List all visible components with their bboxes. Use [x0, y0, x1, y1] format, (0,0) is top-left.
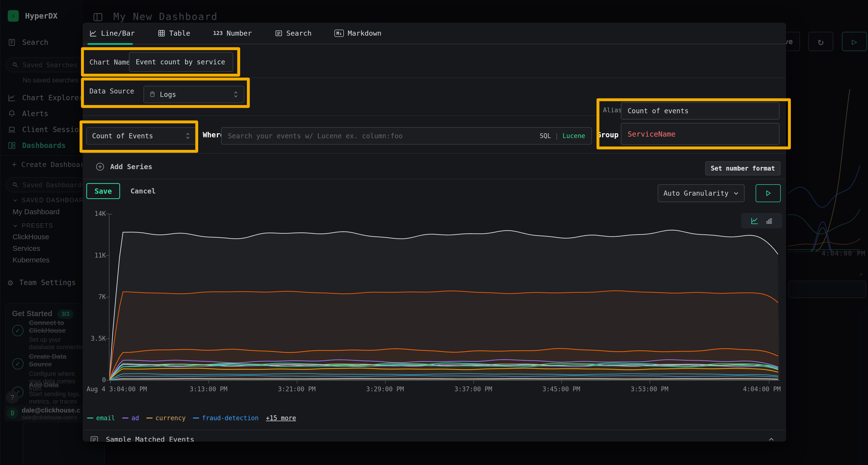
x-tick-label: 3:37:00 PM: [455, 386, 492, 393]
section-separator: [83, 179, 786, 179]
x-tick-mark: [385, 381, 385, 384]
granularity-value: Auto Granularity: [663, 189, 728, 197]
cancel-button[interactable]: Cancel: [130, 187, 156, 195]
collapse-chevron-icon[interactable]: [768, 436, 775, 442]
list-icon: [90, 435, 99, 442]
x-axis-line: [109, 380, 779, 381]
x-tick-mark: [110, 381, 111, 384]
legend-item[interactable]: email: [87, 414, 115, 422]
add-series-label: Add Series: [110, 163, 152, 171]
where-input[interactable]: Search your events w/ Lucene ex. column:…: [221, 127, 592, 144]
set-number-format-button[interactable]: Set number format: [705, 161, 780, 175]
y-tick-label: 11K: [83, 252, 106, 259]
circle-plus-icon: [95, 162, 105, 171]
x-tick-label: 3:53:00 PM: [631, 386, 669, 393]
language-sql-toggle[interactable]: SQL: [539, 132, 551, 139]
x-tick-label: Aug 4 3:04:00 PM: [87, 386, 147, 393]
x-tick-mark: [209, 381, 209, 384]
language-divider: |: [555, 132, 559, 139]
x-tick-label: 3:13:00 PM: [190, 386, 227, 393]
timeseries-chart[interactable]: [110, 214, 779, 380]
x-tick-label: 4:04:00 PM: [743, 386, 781, 393]
y-tick-label: 0: [83, 376, 106, 384]
tab-line-bar[interactable]: Line/Bar: [89, 29, 135, 37]
tab-label: Number: [227, 29, 252, 37]
legend-label: email: [96, 414, 115, 422]
markdown-icon: M↓: [334, 30, 344, 37]
y-tick-mark: [106, 380, 109, 380]
chart-type-tabs: Line/Bar Table 123 Number Search M↓ Ma: [83, 23, 786, 44]
sample-events-label: Sample Matched Events: [106, 435, 194, 442]
highlight-alias-group-by: [596, 98, 791, 150]
y-tick-mark: [106, 297, 109, 297]
y-tick-mark: [106, 338, 109, 339]
chevron-down-icon: [733, 190, 739, 196]
tab-label: Table: [169, 29, 190, 37]
tab-label: Search: [286, 29, 312, 37]
x-tick-mark: [561, 381, 562, 384]
legend-items: emailadcurrencyfraud-detection: [87, 414, 259, 422]
x-tick-label: 3:29:00 PM: [366, 386, 404, 393]
search-list-icon: [275, 29, 283, 37]
language-lucene-toggle[interactable]: Lucene: [562, 132, 585, 139]
tab-number[interactable]: 123 Number: [213, 29, 252, 37]
play-icon: [765, 190, 772, 197]
x-tick-mark: [297, 381, 297, 384]
legend-label: fraud-detection: [202, 414, 259, 422]
x-tick-mark: [473, 381, 474, 384]
add-series-button[interactable]: Add Series: [95, 162, 152, 171]
where-placeholder: Search your events w/ Lucene ex. column:…: [228, 132, 403, 140]
y-tick-label: 3.5K: [83, 335, 106, 342]
tab-search[interactable]: Search: [275, 29, 312, 37]
legend-label: ad: [131, 414, 139, 422]
save-label: Save: [94, 187, 112, 195]
legend-item[interactable]: ad: [122, 414, 139, 422]
granularity-select[interactable]: Auto Granularity: [658, 184, 745, 202]
x-tick-label: 3:21:00 PM: [278, 386, 316, 393]
number-123-icon: 123: [213, 30, 223, 36]
sample-events-header[interactable]: Sample Matched Events: [90, 435, 194, 442]
highlight-data-source: [81, 77, 250, 108]
legend-item[interactable]: currency: [146, 414, 186, 422]
legend-swatch: [122, 418, 128, 419]
tab-label: Markdown: [348, 29, 381, 37]
save-button[interactable]: Save: [86, 183, 120, 199]
legend-label: currency: [156, 414, 186, 422]
legend-item[interactable]: fraud-detection: [193, 414, 259, 422]
legend-swatch: [146, 418, 153, 419]
x-tick-label: 3:45:00 PM: [542, 386, 580, 393]
table-icon: [158, 29, 165, 37]
tab-markdown[interactable]: M↓ Markdown: [334, 29, 381, 37]
tab-label: Line/Bar: [101, 29, 135, 37]
line-chart-icon: [89, 29, 97, 37]
app-root: ⚡ HyperDX Search Saved Searches No saved…: [0, 0, 868, 465]
active-tab-underline: [88, 43, 133, 45]
x-tick-mark: [769, 381, 769, 384]
y-tick-mark: [106, 255, 109, 256]
x-tick-mark: [650, 381, 650, 384]
y-tick-label: 14K: [83, 210, 106, 217]
highlight-chart-name: [81, 47, 240, 77]
run-chart-button[interactable]: [756, 184, 781, 202]
set-number-format-label: Set number format: [711, 165, 775, 172]
tab-table[interactable]: Table: [158, 29, 190, 37]
legend-swatch: [193, 418, 199, 419]
legend-more-link[interactable]: +15 more: [266, 414, 296, 422]
y-tick-mark: [106, 214, 109, 214]
section-separator: [83, 430, 786, 430]
highlight-aggregation: [80, 121, 198, 153]
chart-legend: emailadcurrencyfraud-detection +15 more: [87, 414, 296, 422]
section-separator: [83, 115, 596, 116]
legend-swatch: [87, 418, 93, 419]
y-tick-label: 7K: [83, 293, 106, 300]
section-separator: [83, 153, 786, 154]
